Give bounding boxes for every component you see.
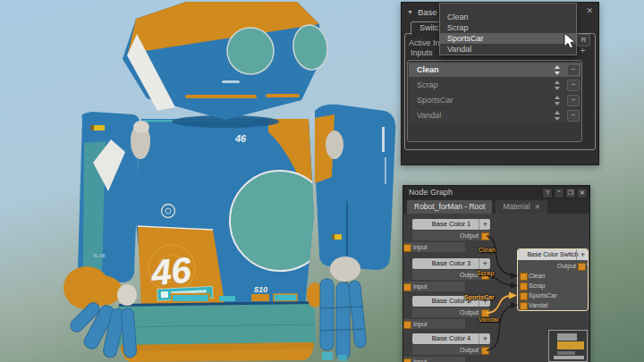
dropdown-option-sportscar[interactable]: SportsCar bbox=[440, 33, 576, 44]
wire-label-clean: Clean bbox=[479, 247, 496, 253]
input-row-scrap[interactable]: Scrap − bbox=[409, 78, 580, 92]
eye-left bbox=[227, 28, 274, 74]
remove-input-button[interactable]: − bbox=[567, 80, 580, 91]
collapse-icon[interactable]: ▼ bbox=[407, 9, 413, 15]
node-graph-panel: Node Graph ? ⌃ ❐ ✕ Robot_forMan - Root M… bbox=[402, 185, 590, 362]
dropdown-option-clean[interactable]: Clean bbox=[440, 12, 576, 22]
output-port-label: Output bbox=[460, 309, 479, 316]
inputs-label: Inputs bbox=[411, 48, 433, 57]
node-title: Base Color 4 bbox=[432, 334, 470, 342]
robot-skirt bbox=[117, 294, 316, 362]
mouse-cursor bbox=[564, 32, 578, 50]
code-number-text: 510 bbox=[254, 285, 267, 294]
randomize-button[interactable]: R bbox=[577, 34, 590, 46]
close-icon[interactable]: ✕ bbox=[586, 6, 593, 15]
input-port-label-scrap: Scrap bbox=[529, 282, 545, 289]
input-port-label-sportscar: SportsCar bbox=[529, 292, 557, 299]
chest-number-text: 46 bbox=[234, 133, 247, 144]
help-icon[interactable]: ? bbox=[542, 188, 553, 198]
wire-label-scrap: Scrap bbox=[477, 270, 494, 276]
reorder-spinner-icon[interactable] bbox=[554, 80, 561, 90]
output-port[interactable] bbox=[578, 263, 586, 271]
input-port-vandal[interactable] bbox=[520, 302, 528, 310]
input-port-label: Input bbox=[413, 244, 428, 250]
input-port-label-clean: Clean bbox=[529, 273, 545, 279]
input-port-label: Input bbox=[413, 321, 428, 327]
tab-root[interactable]: Robot_forMan - Root bbox=[407, 200, 492, 214]
input-port-scrap[interactable] bbox=[520, 282, 528, 290]
node-add-icon[interactable]: + bbox=[479, 333, 487, 344]
tab-material[interactable]: Material✕ bbox=[496, 200, 547, 214]
input-port-sportscar[interactable] bbox=[520, 292, 528, 300]
close-icon[interactable]: ✕ bbox=[577, 188, 588, 198]
robot-left-arm: XL-08 bbox=[78, 112, 140, 282]
dock-icon[interactable]: ⌃ bbox=[554, 188, 564, 198]
inputs-list: Clean − Scrap − SportsCar − Vandal − bbox=[407, 60, 582, 142]
node-title: Base Color 3 bbox=[432, 259, 470, 267]
remove-input-button[interactable]: − bbox=[567, 64, 580, 76]
input-port[interactable] bbox=[403, 358, 411, 362]
input-port[interactable] bbox=[403, 283, 411, 291]
robot-torso: 46 46 510 bbox=[131, 119, 330, 307]
arm-marking-text: XL-08 bbox=[93, 253, 106, 258]
robot-head bbox=[123, 2, 330, 128]
dropdown-option-scrap[interactable]: Scrap bbox=[440, 22, 576, 33]
input-port-label: Input bbox=[413, 358, 428, 362]
panel-number-text: 46 bbox=[148, 249, 193, 292]
tab-close-icon[interactable]: ✕ bbox=[535, 203, 541, 211]
node-title: Base Color Switch bbox=[527, 251, 578, 257]
node-graph-tabs: Robot_forMan - Root Material✕ bbox=[403, 198, 589, 214]
node-title: Base Color 1 bbox=[432, 220, 470, 228]
input-row-clean[interactable]: Clean − bbox=[409, 63, 580, 77]
output-port-label: Output bbox=[460, 232, 479, 239]
node-graph-canvas[interactable]: Base Color 1 + Output Input Base Color 3… bbox=[403, 214, 589, 362]
minimap[interactable] bbox=[548, 330, 588, 362]
reorder-spinner-icon[interactable] bbox=[554, 65, 561, 75]
input-port-label-vandal: Vandal bbox=[529, 302, 547, 308]
input-port-label: Input bbox=[413, 283, 428, 290]
mouth-slot bbox=[222, 80, 240, 83]
input-row-label: Clean bbox=[417, 65, 439, 74]
input-row-label: Vandal bbox=[417, 111, 441, 120]
output-port-label: Output bbox=[460, 272, 479, 278]
input-row-sportscar[interactable]: SportsCar − bbox=[409, 93, 580, 107]
dropdown-option-vandal[interactable]: Vandal bbox=[440, 44, 576, 55]
node-add-icon[interactable]: + bbox=[479, 258, 487, 269]
output-port[interactable] bbox=[481, 347, 489, 355]
remove-input-button[interactable]: − bbox=[567, 110, 580, 122]
float-icon[interactable]: ❐ bbox=[565, 188, 576, 198]
node-base-color-2[interactable]: Base Color 2 + Output Input bbox=[403, 296, 490, 329]
input-row-label: SportsCar bbox=[417, 96, 453, 105]
wire-label-sportscar: SportsCar bbox=[464, 294, 495, 300]
input-port[interactable] bbox=[403, 244, 411, 252]
node-add-icon[interactable]: + bbox=[479, 219, 487, 230]
wire-label-vandal: Vandal bbox=[479, 316, 499, 323]
chest-circle bbox=[230, 171, 330, 271]
node-graph-title-bar: Node Graph ? ⌃ ❐ ✕ bbox=[403, 186, 589, 198]
remove-input-button[interactable]: − bbox=[567, 95, 580, 106]
node-base-color-4[interactable]: Base Color 4 + Output Input bbox=[403, 333, 490, 362]
node-base-color-switch[interactable]: Base Color Switch + Output Clean Scrap S… bbox=[518, 249, 588, 310]
input-row-vandal[interactable]: Vandal − bbox=[409, 108, 580, 122]
node-base-color-1[interactable]: Base Color 1 + Output Input bbox=[403, 219, 490, 252]
node-graph-title: Node Graph bbox=[409, 188, 453, 197]
tab-material-label: Material bbox=[503, 202, 530, 211]
output-port-label: Output bbox=[460, 347, 479, 353]
node-add-icon[interactable]: + bbox=[576, 249, 585, 260]
reorder-spinner-icon[interactable] bbox=[554, 111, 561, 121]
input-row-label: Scrap bbox=[417, 80, 438, 89]
input-port[interactable] bbox=[403, 321, 411, 329]
reorder-spinner-icon[interactable] bbox=[554, 96, 561, 105]
add-input-button[interactable]: + bbox=[578, 46, 588, 56]
active-input-dropdown: Clean Scrap SportsCar Vandal bbox=[439, 3, 577, 55]
output-port[interactable] bbox=[481, 232, 489, 240]
output-port-label: Output bbox=[557, 263, 576, 269]
input-port-clean[interactable] bbox=[520, 273, 528, 281]
base-color-switch-panel: ▼ Base Color Switch ✕ Switch Active Inpu… bbox=[401, 2, 599, 165]
